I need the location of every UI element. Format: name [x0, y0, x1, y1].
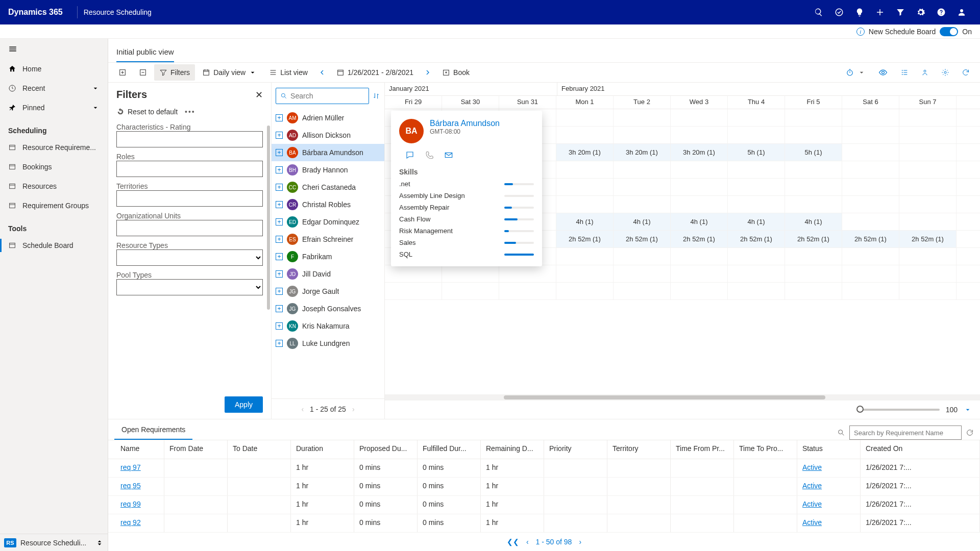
nav-home[interactable]: Home [0, 59, 108, 79]
status-link[interactable]: Active [802, 482, 822, 490]
schedule-cell[interactable]: 2h 52m (1) [785, 231, 842, 247]
resource-row[interactable]: +AMAdrien Müller [272, 109, 384, 127]
zoom-slider[interactable] [858, 409, 940, 411]
search-icon[interactable] [837, 429, 845, 437]
column-header[interactable]: To Date [228, 440, 291, 459]
nav-pinned[interactable]: Pinned [0, 98, 108, 117]
chevron-down-icon[interactable] [964, 406, 972, 414]
nav-item[interactable]: Resource Requireme... [0, 138, 108, 157]
expand-icon[interactable]: + [276, 166, 283, 173]
user-icon[interactable] [951, 0, 972, 24]
column-header[interactable]: Proposed Du... [354, 440, 418, 459]
chat-icon[interactable] [405, 151, 414, 160]
timer-icon[interactable] [840, 64, 871, 81]
column-header[interactable]: Created On [861, 440, 980, 459]
schedule-cell[interactable]: 5h (1) [785, 144, 842, 161]
column-header[interactable]: From Date [164, 440, 228, 459]
column-header[interactable]: Name [108, 440, 164, 459]
reset-button[interactable]: Reset to default [116, 108, 178, 116]
schedule-cell[interactable]: 3h 20m (1) [671, 144, 728, 161]
next-page-icon[interactable]: › [579, 538, 581, 546]
filter-select[interactable] [116, 249, 263, 266]
resource-row[interactable]: +ESEfrain Schreiner [272, 231, 384, 248]
filter-input[interactable] [116, 220, 263, 236]
req-search[interactable] [849, 425, 962, 440]
filters-button[interactable]: Filters [154, 64, 195, 81]
schedule-cell[interactable]: 2h 52m (1) [614, 231, 671, 247]
schedule-cell[interactable]: 4h (1) [728, 213, 785, 230]
expand-icon[interactable]: + [276, 288, 283, 295]
mail-icon[interactable] [444, 151, 453, 160]
expand-icon[interactable]: + [276, 253, 283, 260]
resource-row[interactable]: +JGJorge Gault [272, 283, 384, 300]
column-header[interactable]: Fulfilled Dur... [418, 440, 481, 459]
resource-row[interactable]: +FFabrikam [272, 248, 384, 265]
list-view-button[interactable]: List view [264, 64, 313, 81]
expand-icon[interactable]: + [276, 114, 283, 121]
board-settings-icon[interactable] [936, 64, 954, 81]
filter-select[interactable] [116, 279, 263, 295]
status-link[interactable]: Active [802, 463, 822, 471]
table-row[interactable]: req 971 hr0 mins0 mins1 hrActive1/26/202… [108, 459, 980, 478]
schedule-cell[interactable]: 5h (1) [728, 144, 785, 161]
next-range-button[interactable] [421, 65, 435, 80]
search-input[interactable] [290, 92, 364, 100]
new-board-toggle[interactable] [940, 27, 958, 36]
resource-row[interactable]: +BHBrady Hannon [272, 161, 384, 179]
filter-input[interactable] [116, 190, 263, 207]
resource-row[interactable]: +EDEdgar Dominquez [272, 213, 384, 231]
expand-icon[interactable]: + [276, 322, 283, 330]
expand-icon[interactable]: + [276, 149, 283, 156]
table-row[interactable]: req 991 hr0 mins0 mins1 hrActive1/26/202… [108, 496, 980, 514]
column-header[interactable]: Time From Pr... [671, 440, 734, 459]
apply-button[interactable]: Apply [225, 396, 263, 413]
hamburger-icon[interactable] [0, 39, 108, 59]
resource-row[interactable]: +BABárbara Amundson [272, 144, 384, 161]
expand-icon[interactable]: + [276, 184, 283, 191]
column-header[interactable]: Status [797, 440, 861, 459]
schedule-cell[interactable]: 4h (1) [556, 213, 614, 230]
schedule-cell[interactable]: 4h (1) [614, 213, 671, 230]
daily-view-button[interactable]: Daily view [197, 64, 262, 81]
nav-item[interactable]: Bookings [0, 157, 108, 177]
prev-page-icon[interactable]: ‹ [526, 538, 529, 546]
collapse-all-button[interactable] [134, 64, 152, 81]
resource-row[interactable]: +JDJill David [272, 265, 384, 283]
resource-row[interactable]: +ADAllison Dickson [272, 127, 384, 144]
resource-row[interactable]: +CCCheri Castaneda [272, 179, 384, 196]
schedule-cell[interactable]: 2h 52m (1) [671, 231, 728, 247]
book-button[interactable]: Book [437, 64, 475, 81]
close-icon[interactable]: ✕ [255, 89, 263, 101]
column-header[interactable]: Remaining D... [481, 440, 544, 459]
date-range-picker[interactable]: 1/26/2021 - 2/8/2021 [331, 64, 419, 81]
target-icon[interactable] [829, 0, 849, 24]
hover-name[interactable]: Bárbara Amundson [430, 119, 500, 128]
req-link[interactable]: req 97 [120, 463, 141, 471]
table-row[interactable]: req 921 hr0 mins0 mins1 hrActive1/26/202… [108, 514, 980, 533]
schedule-cell[interactable]: 2h 52m (1) [556, 231, 614, 247]
nav-item[interactable]: Schedule Board [0, 236, 108, 255]
sort-icon[interactable] [372, 92, 380, 100]
resource-row[interactable]: +CRChristal Robles [272, 196, 384, 213]
lightbulb-icon[interactable] [849, 0, 870, 24]
expand-icon[interactable]: + [276, 340, 283, 347]
schedule-hscroll[interactable] [385, 394, 980, 400]
refresh-icon[interactable] [957, 64, 975, 81]
schedule-cell[interactable]: 2h 52m (1) [842, 231, 899, 247]
eye-icon[interactable] [873, 64, 893, 81]
expand-icon[interactable]: + [276, 132, 283, 139]
nav-bottom-area-picker[interactable]: RS Resource Scheduli... [0, 534, 108, 551]
column-header[interactable]: Territory [607, 440, 671, 459]
schedule-cell[interactable]: 2h 52m (1) [728, 231, 785, 247]
plus-icon[interactable] [870, 0, 890, 24]
column-header[interactable]: Duration [291, 440, 354, 459]
legend-icon[interactable] [895, 64, 914, 81]
filters-scrollbar[interactable] [267, 126, 270, 388]
expand-all-button[interactable] [113, 64, 132, 81]
next-page-icon[interactable]: › [352, 405, 355, 413]
schedule-cell[interactable]: 4h (1) [671, 213, 728, 230]
gear-icon[interactable] [911, 0, 931, 24]
req-link[interactable]: req 92 [120, 518, 141, 527]
req-link[interactable]: req 95 [120, 482, 141, 490]
expand-icon[interactable]: + [276, 201, 283, 208]
